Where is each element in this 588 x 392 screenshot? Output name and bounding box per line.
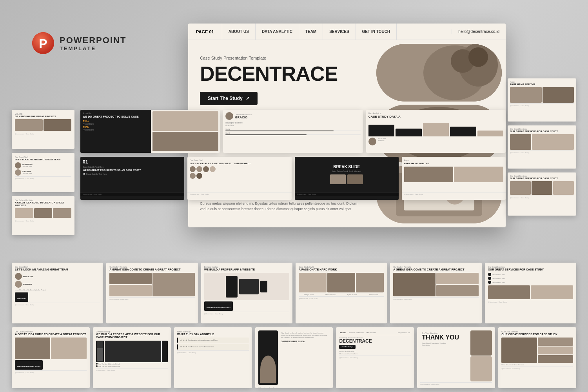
bot21-footer: @decentrace - Case Study — [15, 370, 87, 374]
bot21-btn[interactable]: Learn More About This Section — [15, 360, 43, 370]
mid2-skill2-label: Skill B — [225, 132, 360, 134]
nav-page: PAGE 01 — [188, 24, 222, 40]
num1-tag: Great Subtitle Text Here — [83, 166, 182, 168]
cta-arrow-icon: ↗ — [246, 96, 250, 101]
left-col-slides: WE ARE OF HANGING FOR GREAT PROJECT @dec… — [12, 110, 74, 235]
bot3-title: WE BUILD A PROPER APP & WEBSITE — [204, 268, 289, 271]
cta-label: Start The Study — [208, 96, 243, 101]
ty-footer: @decentrace - Case Study — [420, 382, 492, 385]
ls2-avatar1 — [15, 162, 21, 169]
mid2-bio: Biography Bio HereRole Title — [225, 122, 360, 127]
bot25-nav: ABOUT US · DATA ANALYTIC · TEAM · SERVIC… — [349, 332, 376, 334]
bot22-item1: See The App & Website Details — [98, 363, 120, 365]
bot1-btn[interactable]: Learn More — [15, 292, 28, 302]
bot2: Our Gallery Portfolio A GREAT IDEA COME … — [106, 263, 198, 323]
mid1-stat1: 234+ — [83, 120, 149, 123]
bot27-footer: @decentrace - Case Study — [501, 367, 573, 370]
bot21-btn-label: Learn More About This Section — [17, 365, 40, 367]
bot1-title: LET'S LOOK AN AMAZING GREAT TEAM — [15, 268, 100, 271]
ls2-title: LET'S LOOK AN AMAZING GREAT TEAM — [15, 158, 71, 161]
ls3-title: A GREAT IDEA COME TO CREATE A GREAT PROJ… — [15, 201, 71, 207]
bot3-phone2 — [260, 281, 267, 292]
mid-slide-1: About Us WE DO GREAT PROJECT TO SOLVE CA… — [80, 110, 220, 153]
rs2-img2 — [532, 134, 574, 150]
mid-row-slides: About Us WE DO GREAT PROJECT TO SOLVE CA… — [80, 110, 506, 153]
bot21-title: A GREAT IDEA COME TO CREATE A GREAT PROJ… — [15, 333, 87, 336]
bot6-service2: Great Service Here — [492, 278, 505, 279]
bot1: Our Great Staff LET'S LOOK AN AMAZING GR… — [12, 263, 103, 323]
ls3-footer: @decentrace - Case Study — [15, 219, 71, 222]
svg-point-7 — [468, 47, 488, 67]
bot22-bullet2 — [96, 365, 98, 367]
bot1-btn-label: Learn More — [17, 298, 26, 299]
ls1-footer: @decentrace - Case Study — [15, 132, 71, 135]
break-img2 — [347, 174, 363, 184]
right-slide-3: Our Great Services OUR GREAT SERVICES FO… — [508, 172, 576, 216]
bot2-7: Our Great Services OUR GREAT SERVICES FO… — [498, 327, 576, 388]
bot2-img2 — [109, 285, 152, 296]
left-slide-1: WE ARE OF HANGING FOR GREAT PROJECT @dec… — [12, 110, 74, 149]
ls3-img2 — [34, 208, 53, 218]
mid-row2-slides: 01 Great Subtitle Text Here WE DO GREAT … — [80, 157, 506, 200]
rs2-title: OUR GREAT SERVICES FOR CASE STUDY — [510, 130, 574, 133]
bot5: Our Gallery Portfolio A GREAT IDEA COME … — [390, 263, 481, 323]
bot3: Devices Mockup WE BUILD A PROPER APP & W… — [201, 263, 292, 323]
bot4-img1 — [299, 273, 327, 292]
right-col-slides: Page PAGE HANG FOR THE @decentrace - Cas… — [508, 78, 576, 216]
bot3-phone — [226, 276, 238, 298]
ty-text: Case Study Presentation TemplateDecentra… — [422, 342, 467, 346]
mid1-title: WE DO GREAT PROJECT TO SOLVE CASE — [83, 115, 149, 118]
bot4-stat2: Milestone Now — [320, 294, 341, 296]
bot4-title: A PASSIONATE HARD WORK — [299, 268, 384, 271]
bot22-bullet1 — [96, 363, 98, 365]
mid-slide-2: Contact of Gracious GRACIO Biography Bio… — [223, 110, 363, 153]
mid1-img1 — [152, 111, 218, 131]
mid2-name: GRACIO — [235, 116, 252, 119]
team-member1 — [190, 166, 196, 172]
bot27-title: OUR GREAT SERVICES FOR CASE STUDY — [501, 333, 573, 336]
mid3-circle1 — [368, 138, 376, 145]
logo-main: POWERPOINT — [60, 35, 126, 45]
bot4-stat3: Agent of Here — [342, 294, 362, 296]
bot22-phone1 — [96, 341, 104, 362]
break-title: BREAK SLIDE — [333, 165, 360, 169]
bot2-2: Devices Mockup WE BUILD A PROPER APP & W… — [93, 327, 171, 388]
nav-data[interactable]: DATA ANALYTIC — [256, 24, 299, 40]
thank-you-title: THANK YOU — [422, 334, 467, 341]
bot22-item2: See The App & Website Details — [98, 365, 120, 367]
bot21-img1 — [15, 338, 50, 359]
bot25-footer: @decentrace - Case Study — [339, 356, 411, 359]
nav-contact[interactable]: GET IN TOUCH — [356, 24, 397, 40]
rs3-img2 — [532, 181, 552, 195]
rs1-img2 — [543, 87, 574, 103]
cta-button[interactable]: Start The Study ↗ — [200, 92, 258, 105]
bot24-person — [260, 356, 276, 383]
mid1-stat2-label: Project Done — [83, 129, 149, 131]
bot6-service3: Great Service Here — [492, 281, 505, 283]
mid1-tag: About Us — [83, 112, 149, 114]
team-member6 — [196, 173, 202, 179]
mid1-stat1-label: Project Done — [83, 123, 149, 125]
bot22-footer: @decentrace - Case Study — [96, 368, 168, 371]
bot3-btn[interactable]: Learn More About The Business — [204, 301, 233, 311]
numbered-slide-1: 01 Great Subtitle Text Here WE DO GREAT … — [80, 157, 184, 200]
svg-text:P: P — [39, 36, 47, 51]
powerpoint-logo-icon: P — [31, 31, 55, 55]
bot6-title: OUR GREAT SERVICES FOR CASE STUDY — [488, 268, 573, 271]
ls2-avatar2 — [15, 169, 21, 176]
logo-text: POWERPOINT TEMPLATE — [60, 35, 126, 51]
nav-about[interactable]: ABOUT US — [222, 24, 256, 40]
nav-services[interactable]: SERVICES — [323, 24, 356, 40]
nav-team[interactable]: TEAM — [299, 24, 323, 40]
bot25-btn[interactable]: Start The Study ↗ — [339, 345, 356, 349]
nav-email: hello@decentrace.co.id — [452, 29, 506, 34]
bot1-av2 — [15, 281, 22, 288]
bot5-img1 — [393, 273, 436, 296]
bot23-quote1: ★★★★★ Great service and amazing team wor… — [180, 339, 247, 341]
rs2-footer: @decentrace - Case Study — [510, 151, 574, 154]
hang-title: PAGE HANG FOR THE — [404, 162, 503, 165]
right-slide-2: Our Great Services OUR GREAT SERVICES FO… — [508, 125, 576, 169]
bot4-stat4: Finance Total — [363, 294, 384, 296]
bot2-6: For Your Attention THANK YOU Case Study … — [417, 327, 495, 388]
bottom-row-2: Our Gallery Portfolio A GREAT IDEA COME … — [12, 327, 576, 388]
